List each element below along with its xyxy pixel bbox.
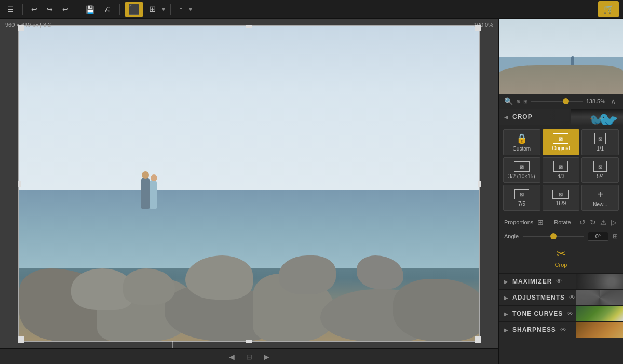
- crop-handle-mr[interactable]: [478, 181, 481, 187]
- cart-button[interactable]: 🛒: [598, 1, 619, 17]
- frame-icon-5-4: ⊠: [593, 161, 607, 172]
- crop-arrow-icon: ◀: [504, 114, 508, 120]
- adjustments-bg-thumbnail: [576, 290, 623, 305]
- thumbnail-section: [499, 19, 623, 94]
- zoom-collapse-icon[interactable]: ∧: [608, 97, 618, 105]
- zoom-value: 138.5%: [586, 98, 605, 104]
- canvas-wrapper[interactable]: [0, 19, 498, 348]
- crop-ratio-custom[interactable]: 🔒 Custom: [503, 129, 540, 155]
- crop-section: 🔒 Custom ⊠ Original ⊠ 1/1: [499, 125, 623, 274]
- next-image-button[interactable]: ▶: [260, 352, 274, 362]
- tone-curves-eye-icon[interactable]: 👁: [567, 310, 573, 317]
- sharpness-header[interactable]: ▶ SHARPNESS 👁: [499, 322, 623, 338]
- adjustments-arrow-icon: ▶: [504, 295, 508, 301]
- menu-button[interactable]: ☰: [4, 3, 17, 16]
- canvas-area: 960 × 640 px | 3:2 100.0%: [0, 19, 498, 364]
- proportions-label: Proportions: [504, 219, 533, 225]
- original-frame-icon: ⊠: [553, 133, 568, 144]
- crop-ratio-4-3[interactable]: ⊠ 4/3: [543, 157, 580, 183]
- lock-icon: 🔒: [514, 133, 529, 144]
- photo-container: [19, 26, 479, 341]
- rotate-label: Rotate: [554, 219, 571, 225]
- flip-h-button[interactable]: ⚠: [599, 217, 608, 227]
- angle-input[interactable]: [588, 232, 608, 241]
- redo-button[interactable]: ↪: [44, 3, 56, 16]
- crop-ratio-1-1-label: 1/1: [597, 146, 604, 152]
- crop-handle-tl[interactable]: [18, 25, 24, 31]
- couple-silhouette: [139, 172, 159, 209]
- zoom-section: 🔍 ⊕ ⊞ 138.5% ∧: [499, 94, 623, 109]
- flip-v-button[interactable]: ▷: [610, 217, 618, 227]
- save-button[interactable]: 💾: [83, 3, 98, 16]
- maximizer-header[interactable]: ▶ MAXIMIZER 👁: [499, 274, 623, 289]
- view-dropdown[interactable]: ▾: [162, 6, 165, 13]
- crop-ratio-7-5-label: 7/5: [518, 201, 525, 207]
- angle-slider[interactable]: [523, 236, 584, 237]
- angle-expand-icon[interactable]: ⊞: [613, 233, 618, 240]
- tone-curves-bg-thumbnail: [576, 306, 623, 321]
- maximizer-section: ▶ MAXIMIZER 👁: [499, 274, 623, 290]
- sharpness-bg-thumbnail: [576, 322, 623, 338]
- crop-handle-ml[interactable]: [18, 181, 21, 187]
- crop-handle-bl[interactable]: [18, 336, 24, 343]
- crop-handle-br[interactable]: [475, 336, 481, 343]
- zoom-out-icon[interactable]: 🔍: [504, 97, 513, 105]
- angle-thumb[interactable]: [550, 233, 557, 239]
- undo-button[interactable]: ↩: [28, 3, 40, 16]
- share-dropdown[interactable]: ▾: [189, 6, 192, 13]
- zoom-in-icon[interactable]: ⊕: [516, 99, 520, 104]
- crop-ratio-16-9[interactable]: ⊠ 16/9: [543, 185, 580, 211]
- adjustments-header[interactable]: ▶ ADJUSTMENTS 👁: [499, 290, 623, 305]
- tone-curves-section: ▶ TONE CURVES 👁: [499, 306, 623, 322]
- zoom-fit-icon[interactable]: ⊞: [523, 99, 527, 104]
- head2: [151, 174, 157, 181]
- crop-apply-button[interactable]: ✂ Crop: [555, 247, 567, 268]
- crop-frame[interactable]: [18, 25, 480, 342]
- sharpness-section: ▶ SHARPNESS 👁: [499, 322, 623, 338]
- crop-ratios-grid: 🔒 Custom ⊠ Original ⊠ 1/1: [499, 125, 623, 215]
- crop-handle-tm[interactable]: [246, 25, 252, 28]
- sharpness-eye-icon[interactable]: 👁: [560, 326, 566, 333]
- right-panel: 🔍 ⊕ ⊞ 138.5% ∧ ◀ CROP 🐦 🐦 🔒: [498, 19, 623, 364]
- crop-ratio-7-5[interactable]: ⊠ 7/5: [503, 185, 540, 211]
- zoom-thumb[interactable]: [563, 98, 569, 104]
- crop-handle-tr[interactable]: [475, 25, 481, 31]
- rotate-ccw-button[interactable]: ↺: [578, 217, 587, 227]
- zoom-slider[interactable]: [531, 101, 583, 102]
- crop-handle-bm[interactable]: [246, 340, 252, 343]
- undo2-button[interactable]: ↩: [59, 3, 72, 16]
- toolbar-divider4: [170, 4, 171, 15]
- frame-icon-4-3: ⊠: [553, 161, 568, 172]
- tone-curves-title: TONE CURVES: [512, 310, 563, 317]
- crop-ratio-4-3-label: 4/3: [558, 173, 565, 179]
- crop-ratio-new[interactable]: + New...: [581, 185, 619, 211]
- prev-image-button[interactable]: ◀: [225, 352, 239, 362]
- main-area: 960 × 640 px | 3:2 100.0%: [0, 19, 623, 364]
- print-button[interactable]: 🖨: [101, 3, 114, 16]
- split-button[interactable]: ⊞: [146, 2, 159, 16]
- crop-ratio-original[interactable]: ⊠ Original: [543, 129, 580, 155]
- crop-apply-icon: ✂: [557, 247, 566, 261]
- share-button[interactable]: ↑: [176, 3, 186, 16]
- crop-ratio-custom-label: Custom: [513, 146, 531, 152]
- filmstrip-button[interactable]: ⊟: [242, 352, 256, 362]
- proportions-link-icon[interactable]: ⊞: [537, 218, 544, 226]
- sharpness-title: SHARPNESS: [512, 326, 556, 333]
- tone-curves-arrow-icon: ▶: [504, 311, 508, 317]
- crop-section-header[interactable]: ◀ CROP 🐦 🐦: [499, 109, 623, 125]
- rotate-icons: ↺ ↻ ⚠ ▷: [578, 217, 618, 227]
- active-tool-button[interactable]: ⬛: [125, 2, 143, 17]
- crop-section-title: CROP: [512, 113, 533, 120]
- crop-ratio-1-1[interactable]: ⊠ 1/1: [581, 129, 619, 155]
- rotate-cw-button[interactable]: ↻: [589, 217, 597, 227]
- frame-icon-16-9: ⊠: [552, 190, 569, 199]
- adjustments-section: ▶ ADJUSTMENTS 👁: [499, 290, 623, 306]
- sharpness-arrow-icon: ▶: [504, 327, 508, 333]
- adjustments-eye-icon[interactable]: 👁: [569, 294, 575, 301]
- crop-ratio-3-2[interactable]: ⊠ 3/2 (10×15): [503, 157, 540, 183]
- maximizer-eye-icon[interactable]: 👁: [556, 278, 562, 285]
- toolbar: ☰ ↩ ↪ ↩ 💾 🖨 ⬛ ⊞ ▾ ↑ ▾ 🛒: [0, 0, 623, 19]
- wide-frame-icon-3-2: ⊠: [514, 161, 530, 172]
- crop-ratio-5-4[interactable]: ⊠ 5/4: [581, 157, 619, 183]
- tone-curves-header[interactable]: ▶ TONE CURVES 👁: [499, 306, 623, 321]
